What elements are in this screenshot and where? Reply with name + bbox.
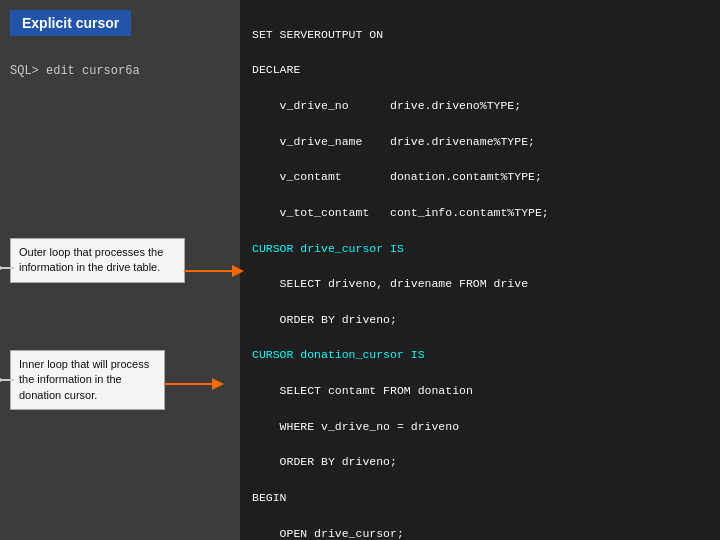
code-line-01: SET SERVEROUTPUT ON [252, 26, 708, 44]
left-panel: Explicit cursor SQL> edit cursor6a Outer… [0, 0, 240, 540]
code-line-11: SELECT contamt FROM donation [252, 382, 708, 400]
annotation-outer-text: Outer loop that processes the informatio… [19, 246, 163, 273]
code-line-06: v_tot_contamt cont_info.contamt%TYPE; [252, 204, 708, 222]
arrow-outer-icon [184, 265, 249, 277]
code-block: SET SERVEROUTPUT ON DECLARE v_drive_no d… [252, 8, 708, 540]
left-arrow-outer-icon [0, 260, 16, 276]
annotation-inner: Inner loop that will process the informa… [10, 350, 165, 410]
left-arrow-inner-icon [0, 372, 16, 388]
code-line-10: CURSOR donation_cursor IS [252, 346, 708, 364]
code-line-14: BEGIN [252, 489, 708, 507]
right-panel: SET SERVEROUTPUT ON DECLARE v_drive_no d… [240, 0, 720, 540]
code-line-02: DECLARE [252, 61, 708, 79]
code-line-03: v_drive_no drive.driveno%TYPE; [252, 97, 708, 115]
code-line-08: SELECT driveno, drivename FROM drive [252, 275, 708, 293]
arrow-inner-icon [164, 378, 229, 390]
code-line-12: WHERE v_drive_no = driveno [252, 418, 708, 436]
code-line-13: ORDER BY driveno; [252, 453, 708, 471]
sql-label: SQL> edit cursor6a [10, 64, 140, 78]
code-line-09: ORDER BY driveno; [252, 311, 708, 329]
page-container: Explicit cursor SQL> edit cursor6a Outer… [0, 0, 720, 540]
code-line-04: v_drive_name drive.drivename%TYPE; [252, 133, 708, 151]
title-box: Explicit cursor [10, 10, 131, 36]
annotation-inner-text: Inner loop that will process the informa… [19, 358, 149, 401]
code-line-07: CURSOR drive_cursor IS [252, 240, 708, 258]
annotation-outer: Outer loop that processes the informatio… [10, 238, 185, 283]
code-line-15: OPEN drive_cursor; [252, 525, 708, 540]
code-line-05: v_contamt donation.contamt%TYPE; [252, 168, 708, 186]
title-label: Explicit cursor [22, 15, 119, 31]
